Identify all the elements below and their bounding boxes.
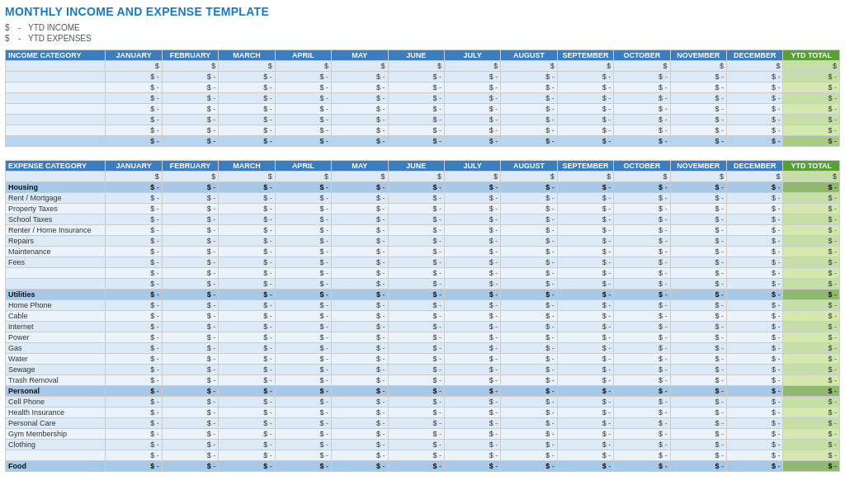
expense-cell[interactable]: $ - — [614, 450, 670, 461]
expense-cell[interactable]: $ - — [106, 311, 162, 322]
income-cell[interactable]: $ - — [106, 125, 162, 136]
expense-cell[interactable]: $ - — [501, 440, 557, 450]
expense-cell[interactable]: $ - — [670, 407, 726, 418]
expense-cell[interactable]: $ - — [727, 214, 783, 225]
income-cell[interactable]: $ — [727, 61, 783, 72]
expense-cell[interactable]: $ - — [275, 204, 331, 214]
expense-cell[interactable]: $ - — [727, 279, 783, 290]
expense-cell[interactable]: $ - — [162, 311, 218, 322]
expense-cell[interactable]: $ - — [444, 247, 500, 257]
expense-cell[interactable]: $ - — [501, 225, 557, 236]
income-cell[interactable]: $ - — [275, 115, 331, 125]
expense-cell[interactable]: $ - — [670, 193, 726, 204]
income-cell[interactable]: $ - — [557, 82, 613, 93]
income-cat-cell[interactable] — [6, 115, 106, 125]
expense-cell[interactable]: $ - — [501, 247, 557, 257]
expense-cell[interactable]: $ - — [444, 193, 500, 204]
expense-cell[interactable]: $ - — [670, 365, 726, 375]
expense-cell[interactable]: $ - — [501, 418, 557, 429]
income-cell[interactable]: $ - — [670, 115, 726, 125]
income-cell[interactable]: $ - — [162, 93, 218, 104]
expense-cell[interactable]: $ - — [332, 279, 388, 290]
expense-ytd-cell[interactable]: $ - — [783, 300, 840, 311]
expense-cell[interactable]: $ - — [501, 407, 557, 418]
income-cell[interactable]: $ — [444, 61, 500, 72]
expense-cell[interactable]: $ - — [670, 343, 726, 354]
expense-cell[interactable]: $ - — [388, 279, 444, 290]
expense-cell[interactable]: $ - — [275, 332, 331, 343]
expense-cell[interactable]: $ - — [670, 268, 726, 279]
expense-cell[interactable]: $ — [275, 172, 331, 182]
expense-cell[interactable]: $ - — [388, 247, 444, 257]
expense-cell[interactable]: $ - — [501, 279, 557, 290]
expense-cell[interactable]: $ - — [388, 311, 444, 322]
expense-cell[interactable]: $ - — [614, 193, 670, 204]
expense-cell[interactable]: $ - — [162, 322, 218, 332]
expense-cell[interactable]: $ - — [332, 204, 388, 214]
expense-cell[interactable]: $ - — [275, 247, 331, 257]
expense-cell[interactable]: $ - — [444, 204, 500, 214]
home-phone-label[interactable]: Home Phone — [6, 300, 106, 311]
income-cell[interactable]: $ - — [162, 72, 218, 82]
income-cell[interactable]: $ - — [614, 125, 670, 136]
expense-cell[interactable]: $ - — [614, 300, 670, 311]
expense-cell[interactable]: $ - — [332, 322, 388, 332]
expense-cell[interactable]: $ - — [501, 354, 557, 365]
expense-cell[interactable]: $ - — [388, 429, 444, 440]
expense-cell[interactable]: $ - — [219, 257, 275, 268]
income-cell[interactable]: $ - — [332, 82, 388, 93]
expense-cell[interactable]: $ - — [219, 225, 275, 236]
income-cell[interactable]: $ - — [332, 93, 388, 104]
expense-ytd-cell[interactable]: $ - — [783, 440, 840, 450]
expense-cell[interactable]: $ - — [106, 450, 162, 461]
cable-label[interactable]: Cable — [6, 311, 106, 322]
expense-cell[interactable]: $ - — [444, 407, 500, 418]
expense-cell[interactable]: $ — [727, 172, 783, 182]
expense-cell[interactable]: $ - — [501, 193, 557, 204]
expense-cell[interactable]: $ - — [444, 375, 500, 386]
expense-cell[interactable]: $ - — [219, 311, 275, 322]
expense-cell[interactable]: $ - — [614, 279, 670, 290]
expense-cell[interactable]: $ - — [275, 279, 331, 290]
expense-cell[interactable]: $ - — [444, 440, 500, 450]
expense-cell[interactable]: $ - — [670, 397, 726, 407]
expense-cell[interactable]: $ - — [332, 225, 388, 236]
expense-cell[interactable]: $ - — [275, 257, 331, 268]
income-cell[interactable]: $ - — [332, 72, 388, 82]
expense-cell[interactable]: $ - — [444, 279, 500, 290]
expense-cell[interactable]: $ - — [670, 300, 726, 311]
expense-cell[interactable]: $ - — [557, 311, 613, 322]
rent-mortgage-label[interactable]: Rent / Mortgage — [6, 193, 106, 204]
income-cell[interactable]: $ - — [727, 93, 783, 104]
personal-care-label[interactable]: Personal Care — [6, 418, 106, 429]
expense-cell[interactable]: $ - — [670, 214, 726, 225]
income-cell[interactable]: $ - — [219, 93, 275, 104]
expense-cell[interactable]: $ - — [670, 440, 726, 450]
income-cell[interactable]: $ - — [557, 125, 613, 136]
income-cell[interactable]: $ - — [219, 115, 275, 125]
expense-cell[interactable]: $ - — [670, 322, 726, 332]
expense-cell[interactable]: $ - — [614, 214, 670, 225]
trash-removal-label[interactable]: Trash Removal — [6, 375, 106, 386]
expense-cell[interactable]: $ - — [219, 429, 275, 440]
expense-cell[interactable]: $ - — [557, 214, 613, 225]
income-cell[interactable]: $ - — [219, 104, 275, 115]
expense-cell[interactable]: $ - — [557, 236, 613, 247]
home-insurance-label[interactable]: Renter / Home Insurance — [6, 225, 106, 236]
expense-cell[interactable]: $ - — [275, 311, 331, 322]
expense-ytd-cell[interactable]: $ - — [783, 193, 840, 204]
expense-cell[interactable]: $ - — [444, 429, 500, 440]
school-taxes-label[interactable]: School Taxes — [6, 214, 106, 225]
expense-cell[interactable]: $ - — [162, 375, 218, 386]
expense-cell[interactable]: $ - — [557, 300, 613, 311]
expense-cell[interactable]: $ - — [727, 375, 783, 386]
expense-cell[interactable]: $ - — [727, 257, 783, 268]
expense-cell[interactable]: $ - — [332, 354, 388, 365]
expense-cell[interactable]: $ - — [162, 247, 218, 257]
expense-cell[interactable]: $ — [332, 172, 388, 182]
expense-cell[interactable]: $ - — [275, 397, 331, 407]
expense-cell[interactable]: $ - — [614, 418, 670, 429]
expense-cell[interactable]: $ - — [388, 354, 444, 365]
income-cell[interactable]: $ - — [162, 82, 218, 93]
expense-cell[interactable]: $ - — [557, 407, 613, 418]
